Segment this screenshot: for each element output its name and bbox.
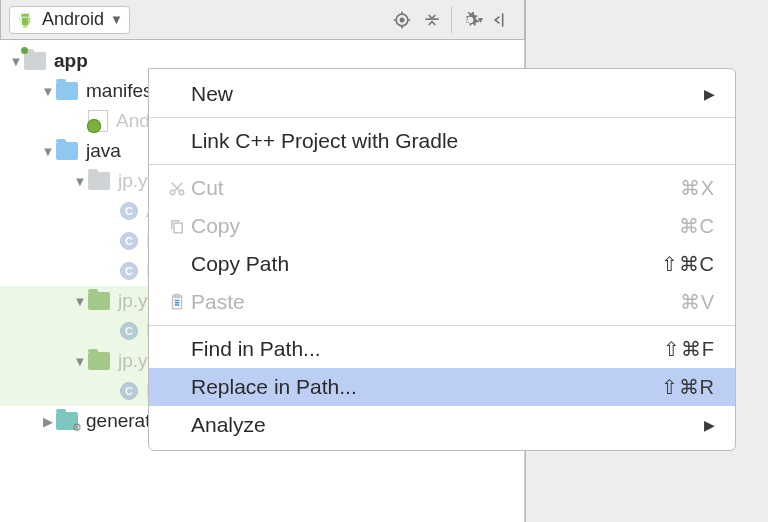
- module-icon: [24, 52, 46, 70]
- class-icon: [120, 262, 138, 280]
- menu-separator: [149, 164, 735, 165]
- svg-point-2: [170, 190, 175, 195]
- expand-arrow-icon[interactable]: ▼: [40, 144, 56, 159]
- submenu-arrow-icon: ▶: [704, 86, 715, 102]
- expand-arrow-icon[interactable]: ▼: [40, 84, 56, 99]
- target-button[interactable]: [387, 5, 417, 35]
- folder-icon: [56, 142, 78, 160]
- menu-item-find-in-path[interactable]: Find in Path... ⇧⌘F: [149, 330, 735, 368]
- tree-label: app: [54, 50, 88, 72]
- menu-separator: [149, 117, 735, 118]
- expand-arrow-icon[interactable]: ▼: [72, 174, 88, 189]
- svg-rect-4: [174, 223, 182, 233]
- collapse-all-button[interactable]: [417, 5, 447, 35]
- menu-item-replace-in-path[interactable]: Replace in Path... ⇧⌘R: [149, 368, 735, 406]
- menu-item-paste[interactable]: Paste ⌘V: [149, 283, 735, 321]
- menu-shortcut: ⇧⌘C: [661, 252, 715, 276]
- paste-icon: [163, 293, 191, 311]
- menu-label: Replace in Path...: [191, 375, 661, 399]
- view-selector-label: Android: [42, 9, 104, 30]
- copy-icon: [163, 217, 191, 235]
- menu-label: New: [191, 82, 704, 106]
- menu-label: Analyze: [191, 413, 704, 437]
- settings-button[interactable]: ▾: [456, 5, 486, 35]
- chevron-down-icon: ▼: [110, 12, 123, 27]
- class-icon: [120, 382, 138, 400]
- expand-arrow-icon[interactable]: ▶: [40, 414, 56, 429]
- hide-panel-button[interactable]: [486, 5, 516, 35]
- android-icon: [16, 10, 36, 30]
- menu-shortcut: ⌘V: [680, 290, 715, 314]
- menu-item-new[interactable]: New ▶: [149, 75, 735, 113]
- cut-icon: [163, 179, 191, 197]
- svg-point-1: [400, 18, 403, 21]
- menu-separator: [149, 325, 735, 326]
- class-icon: [120, 322, 138, 340]
- menu-shortcut: ⌘X: [680, 176, 715, 200]
- test-package-icon: [88, 292, 110, 310]
- tree-label: java: [86, 140, 121, 162]
- view-selector[interactable]: Android ▼: [9, 6, 130, 34]
- package-icon: [88, 172, 110, 190]
- menu-item-copy-path[interactable]: Copy Path ⇧⌘C: [149, 245, 735, 283]
- menu-label: Cut: [191, 176, 680, 200]
- expand-arrow-icon[interactable]: ▼: [8, 54, 24, 69]
- menu-shortcut: ⇧⌘F: [663, 337, 715, 361]
- context-menu: New ▶ Link C++ Project with Gradle Cut ⌘…: [148, 68, 736, 451]
- class-icon: [120, 232, 138, 250]
- svg-point-3: [179, 190, 184, 195]
- menu-shortcut: ⇧⌘R: [661, 375, 715, 399]
- menu-item-cut[interactable]: Cut ⌘X: [149, 169, 735, 207]
- manifest-file-icon: [88, 110, 108, 132]
- menu-shortcut: ⌘C: [679, 214, 715, 238]
- expand-arrow-icon[interactable]: ▼: [72, 354, 88, 369]
- submenu-arrow-icon: ▶: [704, 417, 715, 433]
- menu-item-analyze[interactable]: Analyze ▶: [149, 406, 735, 444]
- toolbar-divider: [451, 7, 452, 33]
- chevron-down-icon: ▾: [478, 14, 483, 25]
- project-toolbar: Android ▼ ▾: [0, 0, 525, 40]
- menu-label: Paste: [191, 290, 680, 314]
- generated-folder-icon: [56, 412, 78, 430]
- menu-label: Find in Path...: [191, 337, 663, 361]
- menu-item-copy[interactable]: Copy ⌘C: [149, 207, 735, 245]
- menu-label: Copy: [191, 214, 679, 238]
- expand-arrow-icon[interactable]: ▼: [72, 294, 88, 309]
- menu-item-link-cpp[interactable]: Link C++ Project with Gradle: [149, 122, 735, 160]
- menu-label: Copy Path: [191, 252, 661, 276]
- class-icon: [120, 202, 138, 220]
- menu-label: Link C++ Project with Gradle: [191, 129, 715, 153]
- test-package-icon: [88, 352, 110, 370]
- folder-icon: [56, 82, 78, 100]
